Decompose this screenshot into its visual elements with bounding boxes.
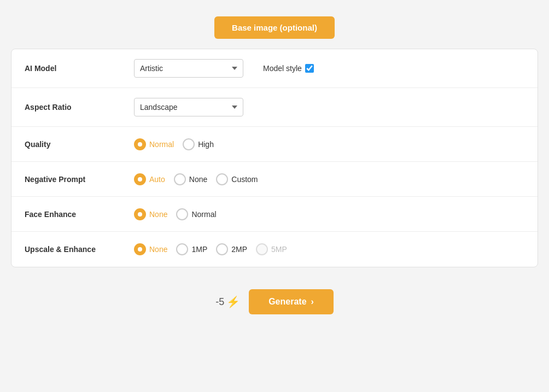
upscale-none-option[interactable]: None <box>134 243 167 255</box>
lightning-icon: ⚡ <box>226 295 240 308</box>
negative-prompt-auto-option[interactable]: Auto <box>134 173 165 185</box>
negative-prompt-row: Negative Prompt Auto None Custom <box>11 162 538 197</box>
upscale-enhance-row: Upscale & Enhance None 1MP 2MP 5MP <box>11 232 538 267</box>
upscale-1mp-radio <box>176 243 188 255</box>
face-enhance-normal-label: Normal <box>191 210 216 219</box>
chevron-right-icon: › <box>311 297 314 307</box>
face-enhance-none-radio <box>134 208 146 220</box>
face-enhance-row: Face Enhance None Normal <box>11 197 538 232</box>
bottom-bar: -5 ⚡ Generate › <box>215 289 334 314</box>
negative-prompt-none-label: None <box>189 175 207 184</box>
quality-high-label: High <box>198 140 214 149</box>
generate-label: Generate <box>268 297 306 307</box>
negative-prompt-controls: Auto None Custom <box>134 173 258 185</box>
face-enhance-normal-radio <box>176 208 188 220</box>
negative-prompt-none-radio <box>174 173 186 185</box>
ai-model-row: AI Model Artistic Realistic Abstract Por… <box>11 49 538 88</box>
upscale-none-radio <box>134 243 146 255</box>
face-enhance-label: Face Enhance <box>25 210 134 219</box>
upscale-enhance-label: Upscale & Enhance <box>25 245 134 254</box>
quality-normal-option[interactable]: Normal <box>134 138 174 150</box>
quality-high-radio <box>183 138 195 150</box>
model-style-checkbox[interactable] <box>305 64 314 73</box>
negative-prompt-label: Negative Prompt <box>25 175 134 184</box>
upscale-5mp-radio <box>256 243 268 255</box>
negative-prompt-auto-label: Auto <box>149 175 165 184</box>
model-style-label: Model style <box>263 64 302 73</box>
negative-prompt-none-option[interactable]: None <box>174 173 207 185</box>
settings-panel: AI Model Artistic Realistic Abstract Por… <box>11 49 538 267</box>
upscale-1mp-label: 1MP <box>191 245 207 254</box>
aspect-ratio-select[interactable]: Landscape Portrait Square Widescreen <box>134 98 243 116</box>
credits-display: -5 ⚡ <box>215 295 240 308</box>
upscale-none-label: None <box>149 245 167 254</box>
quality-row: Quality Normal High <box>11 127 538 162</box>
upscale-enhance-controls: None 1MP 2MP 5MP <box>134 243 287 255</box>
credits-value: -5 <box>215 296 224 308</box>
generate-button[interactable]: Generate › <box>249 289 334 314</box>
aspect-ratio-row: Aspect Ratio Landscape Portrait Square W… <box>11 88 538 127</box>
upscale-5mp-option[interactable]: 5MP <box>256 243 287 255</box>
ai-model-controls: Artistic Realistic Abstract Portrait Mod… <box>134 59 314 78</box>
negative-prompt-custom-label: Custom <box>231 175 258 184</box>
upscale-1mp-option[interactable]: 1MP <box>176 243 207 255</box>
aspect-ratio-label: Aspect Ratio <box>25 103 134 112</box>
base-image-button[interactable]: Base image (optional) <box>214 16 335 39</box>
face-enhance-controls: None Normal <box>134 208 217 220</box>
upscale-2mp-radio <box>216 243 228 255</box>
quality-normal-radio <box>134 138 146 150</box>
upscale-5mp-label: 5MP <box>271 245 287 254</box>
face-enhance-normal-option[interactable]: Normal <box>176 208 216 220</box>
negative-prompt-custom-radio <box>216 173 228 185</box>
ai-model-label: AI Model <box>25 64 134 73</box>
quality-label: Quality <box>25 140 134 149</box>
aspect-ratio-controls: Landscape Portrait Square Widescreen <box>134 98 243 116</box>
model-style-group: Model style <box>263 64 314 73</box>
quality-normal-label: Normal <box>149 140 174 149</box>
face-enhance-none-label: None <box>149 210 167 219</box>
face-enhance-none-option[interactable]: None <box>134 208 167 220</box>
upscale-2mp-option[interactable]: 2MP <box>216 243 247 255</box>
upscale-2mp-label: 2MP <box>231 245 247 254</box>
negative-prompt-custom-option[interactable]: Custom <box>216 173 258 185</box>
negative-prompt-auto-radio <box>134 173 146 185</box>
page-wrapper: Base image (optional) AI Model Artistic … <box>11 11 538 314</box>
ai-model-select[interactable]: Artistic Realistic Abstract Portrait <box>134 59 243 78</box>
quality-controls: Normal High <box>134 138 214 150</box>
quality-high-option[interactable]: High <box>183 138 214 150</box>
